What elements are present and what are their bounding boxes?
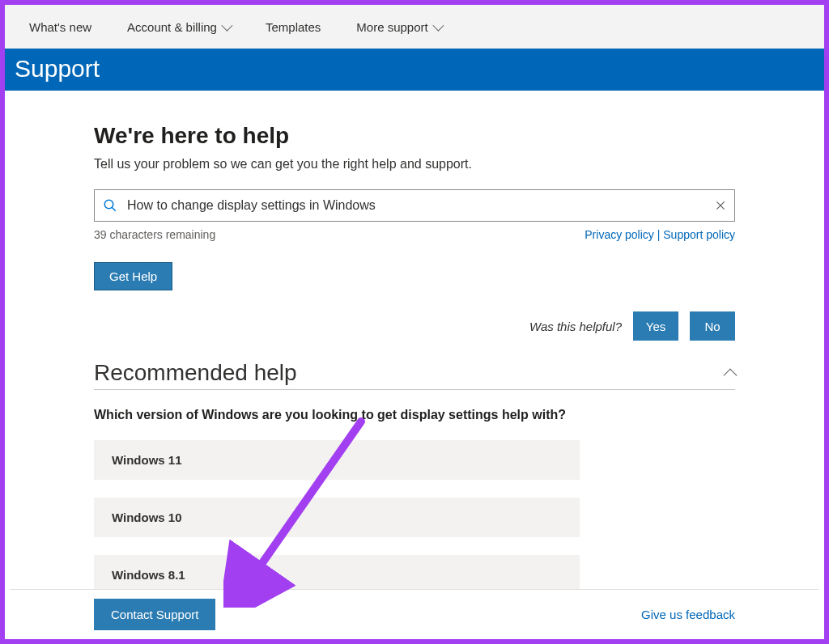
main-content: We're here to help Tell us your problem … — [5, 91, 824, 595]
get-help-row: Get Help — [94, 262, 735, 290]
nav-label: What's new — [29, 20, 91, 34]
search-icon — [103, 198, 117, 213]
close-icon[interactable] — [715, 200, 726, 211]
chevron-down-icon — [432, 20, 444, 32]
nav-label: Templates — [266, 20, 321, 34]
policy-links: Privacy policy | Support policy — [585, 228, 735, 241]
page-banner: Support — [5, 49, 824, 91]
footer: Contact Support Give us feedback — [10, 589, 819, 639]
under-searchbox: 39 characters remaining Privacy policy |… — [94, 228, 735, 241]
nav-label: Account & billing — [127, 20, 217, 34]
recommended-header[interactable]: Recommended help — [94, 360, 735, 390]
support-policy-link[interactable]: Support policy — [663, 228, 735, 241]
svg-point-0 — [104, 200, 113, 209]
get-help-button[interactable]: Get Help — [94, 262, 172, 290]
helpful-row: Was this helpful? Yes No — [94, 311, 735, 341]
feedback-link[interactable]: Give us feedback — [641, 608, 735, 621]
nav-whats-new[interactable]: What's new — [29, 20, 91, 34]
recommended-question: Which version of Windows are you looking… — [94, 408, 735, 422]
contact-support-button[interactable]: Contact Support — [94, 599, 215, 630]
top-nav: What's new Account & billing Templates M… — [5, 5, 824, 49]
no-button[interactable]: No — [690, 311, 735, 341]
helpful-label: Was this helpful? — [529, 320, 622, 333]
page-subtitle: Tell us your problem so we can get you t… — [94, 157, 735, 172]
banner-title: Support — [15, 55, 100, 82]
nav-account-billing[interactable]: Account & billing — [127, 20, 230, 34]
option-windows-11[interactable]: Windows 11 — [94, 440, 580, 480]
svg-line-1 — [112, 207, 116, 211]
chevron-down-icon — [221, 20, 232, 32]
privacy-policy-link[interactable]: Privacy policy — [585, 228, 654, 241]
option-windows-10[interactable]: Windows 10 — [94, 498, 580, 537]
chars-remaining: 39 characters remaining — [94, 228, 215, 241]
separator: | — [654, 228, 663, 241]
search-input[interactable] — [127, 198, 705, 213]
search-box[interactable] — [94, 189, 735, 222]
nav-label: More support — [356, 20, 427, 34]
page-title: We're here to help — [94, 123, 735, 149]
chevron-up-icon[interactable] — [724, 369, 738, 383]
yes-button[interactable]: Yes — [633, 311, 678, 341]
recommended-title: Recommended help — [94, 360, 297, 386]
nav-more-support[interactable]: More support — [356, 20, 440, 34]
nav-templates[interactable]: Templates — [266, 20, 321, 34]
